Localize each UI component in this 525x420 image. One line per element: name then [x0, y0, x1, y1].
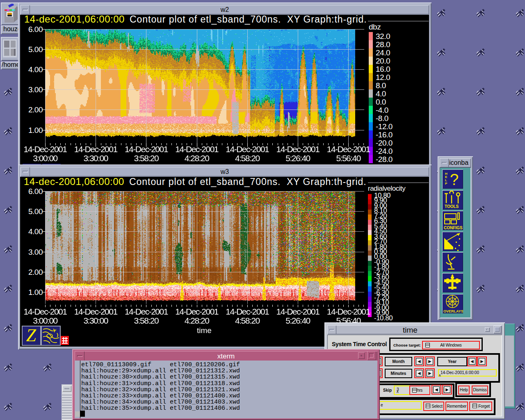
svg-text:Z: Z — [26, 326, 37, 345]
svg-text:TOOLS: TOOLS — [445, 204, 459, 209]
svg-text:P: P — [445, 182, 447, 185]
svg-text:OVERLAYS: OVERLAYS — [443, 309, 463, 313]
svg-text:CONFIGS: CONFIGS — [444, 226, 463, 230]
svg-text:?: ? — [450, 171, 459, 188]
